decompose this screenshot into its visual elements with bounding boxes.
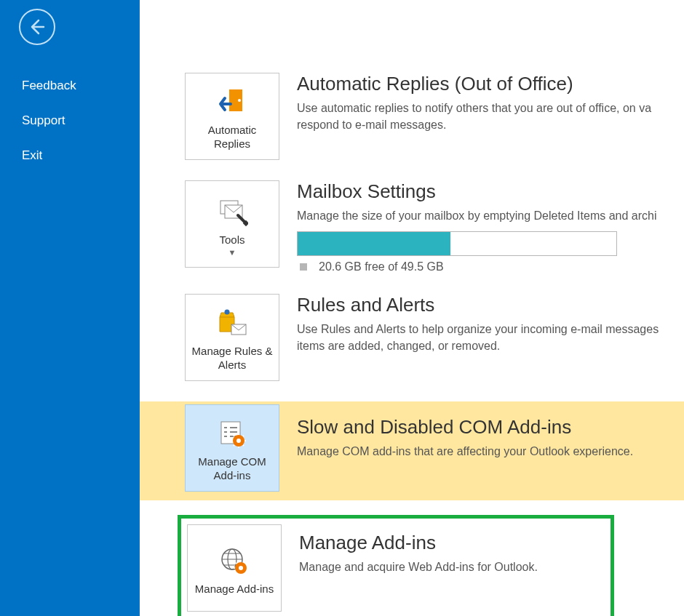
- rules-alerts-text: Use Rules and Alerts to help organize yo…: [297, 321, 684, 354]
- automatic-replies-icon: [210, 84, 254, 121]
- manage-com-addins-button[interactable]: Manage COM Add-ins: [185, 404, 279, 492]
- rules-alerts-icon: [210, 305, 254, 342]
- row-automatic-replies: Automatic Replies Automatic Replies (Out…: [185, 73, 684, 160]
- sidebar-item-feedback[interactable]: Feedback: [0, 68, 140, 103]
- mailbox-settings-desc: Mailbox Settings Manage the size of your…: [297, 180, 684, 273]
- mailbox-storage-progress-fill: [298, 232, 450, 255]
- manage-com-addins-label: Manage COM Add-ins: [190, 455, 274, 483]
- web-addins-text: Manage and acquire Web Add-ins for Outlo…: [299, 559, 606, 575]
- mailbox-storage-progress: [297, 231, 617, 256]
- automatic-replies-desc: Automatic Replies (Out of Office) Use au…: [297, 73, 684, 133]
- com-addins-icon: [210, 416, 254, 452]
- sidebar-item-support[interactable]: Support: [0, 103, 140, 138]
- mailbox-storage-line: 20.6 GB free of 49.5 GB: [297, 260, 684, 273]
- tools-dropdown-chevron-icon: ▼: [228, 248, 236, 257]
- svg-point-9: [236, 439, 241, 443]
- row-rules-alerts: Manage Rules & Alerts Rules and Alerts U…: [185, 294, 684, 381]
- web-addins-title: Manage Add-ins: [299, 532, 606, 554]
- automatic-replies-text: Use automatic replies to notify others t…: [297, 100, 684, 133]
- manage-rules-label: Manage Rules & Alerts: [190, 345, 274, 372]
- sidebar-links: Feedback Support Exit: [0, 68, 140, 173]
- rules-alerts-title: Rules and Alerts: [297, 294, 684, 316]
- web-addins-icon: [212, 543, 256, 580]
- com-addins-text: Manage COM add-ins that are affecting yo…: [297, 443, 684, 460]
- mailbox-storage-text: 20.6 GB free of 49.5 GB: [319, 260, 444, 273]
- tools-label: Tools: [219, 233, 244, 247]
- backstage-sidebar: Feedback Support Exit: [0, 0, 140, 616]
- svg-point-1: [238, 99, 241, 102]
- tools-icon: [210, 194, 254, 231]
- tools-button[interactable]: Tools ▼: [185, 180, 279, 268]
- back-button[interactable]: [19, 9, 55, 45]
- annotation-manage-addins: Manage Add-ins Manage Add-ins Manage and…: [178, 515, 614, 616]
- manage-web-addins-label: Manage Add-ins: [195, 583, 274, 596]
- legend-square-icon: [300, 263, 307, 271]
- automatic-replies-title: Automatic Replies (Out of Office): [297, 73, 684, 95]
- row-com-addins: Manage COM Add-ins Slow and Disabled COM…: [140, 401, 684, 500]
- back-arrow-icon: [28, 17, 47, 36]
- app-root: Feedback Support Exit Automatic Re: [0, 0, 684, 616]
- row-mailbox-settings: Tools ▼ Mailbox Settings Manage the size…: [185, 180, 684, 273]
- rules-alerts-desc: Rules and Alerts Use Rules and Alerts to…: [297, 294, 684, 354]
- mailbox-settings-title: Mailbox Settings: [297, 180, 684, 203]
- mailbox-settings-text: Manage the size of your mailbox by empty…: [297, 207, 684, 224]
- automatic-replies-label: Automatic Replies: [190, 124, 274, 151]
- sidebar-item-exit[interactable]: Exit: [0, 138, 140, 173]
- manage-rules-button[interactable]: Manage Rules & Alerts: [185, 294, 279, 381]
- automatic-replies-button[interactable]: Automatic Replies: [185, 73, 279, 160]
- com-addins-title: Slow and Disabled COM Add-ins: [297, 416, 684, 439]
- svg-point-5: [225, 310, 230, 315]
- web-addins-desc: Manage Add-ins Manage and acquire Web Ad…: [299, 524, 606, 575]
- svg-point-13: [239, 566, 243, 570]
- backstage-main: Automatic Replies Automatic Replies (Out…: [140, 0, 684, 616]
- account-actions-list: Automatic Replies Automatic Replies (Out…: [140, 73, 684, 616]
- account-identity-fragment: [140, 0, 684, 13]
- com-addins-desc: Slow and Disabled COM Add-ins Manage COM…: [297, 401, 684, 460]
- manage-web-addins-button[interactable]: Manage Add-ins: [187, 524, 282, 612]
